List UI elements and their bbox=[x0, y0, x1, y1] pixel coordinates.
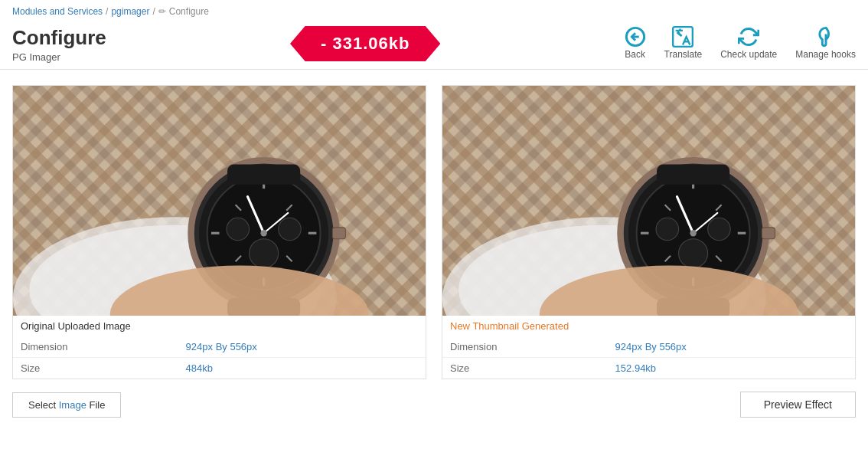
new-size-row: Size 152.94kb bbox=[442, 358, 855, 379]
manage-hooks-label: Manage hooks bbox=[795, 49, 856, 60]
back-button[interactable]: Back bbox=[625, 26, 646, 60]
original-size-value: 484kb bbox=[178, 358, 426, 379]
original-image-card: Original Uploaded Image Dimension 924px … bbox=[12, 85, 426, 379]
new-dimension-value: 924px By 556px bbox=[608, 336, 855, 358]
original-dimension-label: Dimension bbox=[13, 336, 178, 358]
new-dimension-label: Dimension bbox=[442, 336, 608, 358]
toolbar: Back Translate Check update Mana bbox=[625, 26, 856, 60]
svg-point-26 bbox=[250, 239, 279, 268]
svg-point-55 bbox=[679, 239, 708, 268]
main-content: Original Uploaded Image Dimension 924px … bbox=[0, 70, 868, 433]
svg-rect-29 bbox=[332, 228, 345, 239]
svg-point-25 bbox=[260, 230, 266, 236]
original-dimension-row: Dimension 924px By 556px bbox=[13, 336, 426, 358]
savings-badge: - 331.06kb bbox=[290, 26, 440, 61]
new-image-inner bbox=[442, 86, 855, 316]
page-title: Configure bbox=[12, 26, 106, 50]
bottom-buttons: Select Image File Preview Effect bbox=[12, 379, 856, 418]
new-dimension-row: Dimension 924px By 556px bbox=[442, 336, 855, 358]
original-image-label: Original Uploaded Image bbox=[13, 316, 426, 336]
original-image-info: Dimension 924px By 556px Size 484kb bbox=[13, 336, 426, 379]
new-size-value: 152.94kb bbox=[608, 358, 855, 379]
original-image bbox=[13, 86, 426, 316]
new-image bbox=[442, 86, 855, 316]
breadcrumb-pgimager[interactable]: pgimager bbox=[111, 6, 149, 17]
images-row: Original Uploaded Image Dimension 924px … bbox=[12, 85, 856, 379]
check-update-label: Check update bbox=[720, 49, 777, 60]
back-label: Back bbox=[625, 49, 645, 60]
page-title-block: Configure PG Imager bbox=[12, 26, 106, 63]
breadcrumb: Modules and Services / pgimager / ✏ Conf… bbox=[0, 0, 868, 23]
svg-point-56 bbox=[656, 218, 679, 241]
check-update-button[interactable]: Check update bbox=[720, 26, 777, 60]
new-image-info: Dimension 924px By 556px Size 152.94kb bbox=[442, 336, 855, 379]
svg-rect-30 bbox=[227, 165, 300, 185]
svg-point-28 bbox=[279, 218, 302, 241]
svg-rect-58 bbox=[762, 228, 775, 239]
breadcrumb-icon: ✏ bbox=[158, 6, 166, 17]
breadcrumb-current: Configure bbox=[169, 6, 209, 17]
breadcrumb-sep1: / bbox=[106, 6, 108, 17]
preview-effect-button[interactable]: Preview Effect bbox=[740, 392, 856, 418]
new-image-label: New Thumbnail Generated bbox=[442, 316, 855, 336]
svg-rect-59 bbox=[657, 165, 729, 185]
select-highlight: Image bbox=[59, 399, 86, 411]
new-image-card: New Thumbnail Generated Dimension 924px … bbox=[442, 85, 856, 379]
select-image-button[interactable]: Select Image File bbox=[12, 392, 121, 418]
translate-button[interactable]: Translate bbox=[664, 26, 703, 60]
breadcrumb-sep2: / bbox=[152, 6, 155, 17]
page-header: Configure PG Imager - 331.06kb Back Tran… bbox=[0, 23, 868, 70]
translate-label: Translate bbox=[664, 49, 703, 60]
new-size-label: Size bbox=[442, 358, 608, 379]
original-dimension-value: 924px By 556px bbox=[178, 336, 426, 358]
original-image-inner bbox=[13, 86, 426, 316]
badge-banner: - 331.06kb bbox=[290, 26, 440, 61]
original-size-label: Size bbox=[13, 358, 178, 379]
svg-point-54 bbox=[690, 230, 696, 236]
original-size-row: Size 484kb bbox=[13, 358, 426, 379]
manage-hooks-button[interactable]: Manage hooks bbox=[795, 26, 856, 60]
breadcrumb-modules[interactable]: Modules and Services bbox=[12, 6, 103, 17]
svg-point-27 bbox=[227, 218, 250, 241]
svg-point-57 bbox=[708, 218, 731, 241]
page-subtitle: PG Imager bbox=[12, 51, 106, 63]
